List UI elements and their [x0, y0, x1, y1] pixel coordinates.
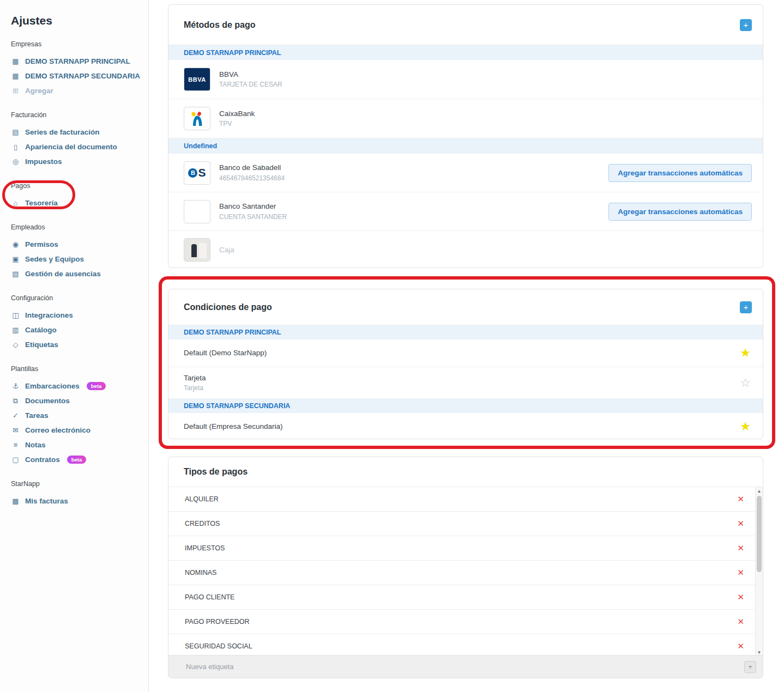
- sidebar-item-demo-starnapp-secundaria[interactable]: ▦ DEMO STARNAPP SECUNDARIA: [11, 69, 143, 83]
- payment-type-row[interactable]: ALQUILER ✕: [168, 487, 755, 512]
- payment-condition-row[interactable]: Tarjeta Tarjeta ☆: [168, 367, 763, 399]
- sidebar-item-mis-facturas[interactable]: ▩ Mis facturas: [11, 494, 143, 508]
- delete-icon[interactable]: ✕: [737, 543, 744, 553]
- tag-icon: ◇: [11, 341, 20, 349]
- sidebar-item-demo-starnapp-principal[interactable]: ▦ DEMO STARNAPP PRINCIPAL: [11, 54, 143, 69]
- office-icon: ▣: [11, 255, 20, 263]
- payment-type-row[interactable]: PAGO PROVEEDOR ✕: [168, 610, 755, 634]
- sidebar-item-label: Embarcaciones: [25, 382, 80, 390]
- sidebar-item-contratos[interactable]: ▢ Contratos beta: [11, 452, 143, 467]
- sidebar-item-catalogo[interactable]: ▥ Catálogo: [11, 323, 143, 337]
- vertical-scrollbar[interactable]: ▲ ▼: [755, 487, 763, 656]
- payment-types-header: Tipos de pagos: [168, 457, 763, 487]
- payment-method-row[interactable]: BS Banco de Sabadell 465467846521354684 …: [168, 154, 763, 192]
- payment-method-row[interactable]: Banco Santander CUENTA SANTANDER Agregar…: [168, 192, 763, 231]
- payment-method-row[interactable]: CaixaBank TPV: [168, 99, 763, 138]
- sidebar-section-plantillas: Plantillas: [11, 365, 143, 373]
- sidebar-item-tesoreria[interactable]: ⌂ Tesorería: [11, 196, 143, 210]
- sidebar-item-permisos[interactable]: ◉ Permisos: [11, 237, 143, 252]
- payment-type-row[interactable]: SEGURIDAD SOCIAL ✕: [168, 634, 755, 656]
- group-header: DEMO STARNAPP PRINCIPAL: [168, 325, 763, 339]
- payment-type-label: PAGO PROVEEDOR: [185, 618, 250, 626]
- add-auto-transactions-button[interactable]: Agregar transacciones automáticas: [608, 203, 752, 221]
- payment-types-card: Tipos de pagos ALQUILER ✕ CREDITOS ✕ IMP…: [168, 457, 763, 678]
- contract-icon: ▢: [11, 456, 20, 464]
- payment-method-subtitle: CUENTA SANTANDER: [219, 213, 287, 221]
- payment-method-row[interactable]: BBVA BBVA TARJETA DE CESAR: [168, 60, 763, 99]
- condition-name: Default (Demo StarNapp): [184, 349, 267, 357]
- scrollbar-thumb[interactable]: [757, 496, 762, 572]
- payment-type-label: PAGO CLIENTE: [185, 593, 234, 601]
- favorite-star-outline-icon[interactable]: ☆: [740, 377, 751, 389]
- add-auto-transactions-button[interactable]: Agregar transacciones automáticas: [608, 164, 752, 182]
- invoice-icon: ▩: [11, 497, 20, 505]
- delete-icon[interactable]: ✕: [737, 592, 744, 602]
- condition-name: Tarjeta: [184, 374, 206, 383]
- delete-icon[interactable]: ✕: [737, 519, 744, 529]
- sidebar-section-configuracion: Configuración: [11, 294, 143, 302]
- favorite-star-icon[interactable]: ★: [740, 347, 751, 359]
- payment-method-name: CaixaBank: [219, 110, 255, 118]
- payment-types-list: ALQUILER ✕ CREDITOS ✕ IMPUESTOS ✕ NOMINA…: [168, 487, 755, 656]
- payment-method-subtitle: TARJETA DE CESAR: [219, 81, 282, 88]
- sidebar-item-label: Sedes y Equipos: [25, 255, 84, 263]
- sidebar-item-notas[interactable]: ≡ Notas: [11, 438, 143, 452]
- catalog-icon: ▥: [11, 326, 20, 334]
- beta-badge: beta: [67, 456, 87, 464]
- sidebar-item-series-de-facturacion[interactable]: ▤ Series de facturación: [11, 125, 143, 139]
- settings-sidebar: Ajustes Empresas ▦ DEMO STARNAPP PRINCIP…: [0, 0, 149, 692]
- copy-icon: ⧉: [11, 397, 20, 405]
- new-tag-input[interactable]: [185, 662, 744, 671]
- payment-method-name: Caja: [219, 246, 234, 254]
- sidebar-item-embarcaciones[interactable]: ⚓ Embarcaciones beta: [11, 379, 143, 393]
- sidebar-item-label: Apariencia del documento: [25, 143, 117, 151]
- add-payment-condition-button[interactable]: +: [740, 301, 752, 313]
- favorite-star-icon[interactable]: ★: [740, 421, 751, 433]
- sidebar-item-gestion-de-ausencias[interactable]: ▧ Gestión de ausencias: [11, 266, 143, 281]
- sabadell-logo: BS: [184, 161, 210, 185]
- sidebar-item-label: Tesorería: [25, 199, 58, 207]
- payment-method-name: Banco de Sabadell: [219, 163, 285, 172]
- payment-type-label: ALQUILER: [185, 495, 219, 503]
- delete-icon[interactable]: ✕: [737, 568, 744, 578]
- card-title: Condiciones de pago: [184, 302, 272, 312]
- sidebar-item-apariencia-del-documento[interactable]: ▯ Apariencia del documento: [11, 139, 143, 154]
- sidebar-item-documentos[interactable]: ⧉ Documentos: [11, 393, 143, 408]
- sidebar-item-label: Tareas: [25, 411, 49, 420]
- payment-type-label: IMPUESTOS: [185, 544, 225, 552]
- payment-condition-row[interactable]: Default (Empresa Secundaria) ★: [168, 413, 763, 439]
- delete-icon[interactable]: ✕: [737, 617, 744, 627]
- sidebar-item-sedes-y-equipos[interactable]: ▣ Sedes y Equipos: [11, 252, 143, 266]
- payment-condition-row[interactable]: Default (Demo StarNapp) ★: [168, 339, 763, 367]
- sidebar-item-impuestos[interactable]: ◎ Impuestos: [11, 154, 143, 169]
- sidebar-item-agregar[interactable]: ⊞ Agregar: [11, 83, 143, 98]
- card-title: Tipos de pagos: [184, 467, 248, 477]
- group-header: DEMO STARNAPP PRINCIPAL: [168, 45, 763, 60]
- sidebar-item-label: Documentos: [25, 397, 70, 405]
- delete-icon[interactable]: ✕: [737, 494, 744, 504]
- sidebar-item-label: Series de facturación: [25, 128, 100, 136]
- sidebar-item-tareas[interactable]: ✓ Tareas: [11, 408, 143, 423]
- payment-conditions-header: Condiciones de pago +: [168, 289, 763, 325]
- sidebar-section-starnapp: StarNapp: [11, 480, 143, 488]
- sidebar-item-correo-electronico[interactable]: ✉ Correo electrónico: [11, 423, 143, 438]
- sidebar-item-integraciones[interactable]: ◫ Integraciones: [11, 308, 143, 323]
- payment-type-row[interactable]: PAGO CLIENTE ✕: [168, 585, 755, 610]
- integration-icon: ◫: [11, 311, 20, 319]
- sidebar-item-label: Etiquetas: [25, 341, 58, 349]
- add-payment-method-button[interactable]: +: [740, 19, 752, 31]
- scrollbar-up-icon[interactable]: ▲: [756, 487, 763, 495]
- calendar-icon: ▧: [11, 270, 20, 278]
- payment-method-subtitle: TPV: [219, 120, 255, 128]
- payment-method-row[interactable]: Caja: [168, 231, 763, 268]
- building-icon: ▦: [11, 72, 20, 80]
- payment-type-row[interactable]: IMPUESTOS ✕: [168, 536, 755, 561]
- settings-page: Ajustes Empresas ▦ DEMO STARNAPP PRINCIP…: [0, 0, 784, 692]
- delete-icon[interactable]: ✕: [737, 641, 744, 651]
- payment-method-name: BBVA: [219, 70, 282, 79]
- sidebar-item-etiquetas[interactable]: ◇ Etiquetas: [11, 337, 143, 352]
- sidebar-item-label: Permisos: [25, 240, 58, 248]
- add-tag-button[interactable]: +: [744, 661, 756, 673]
- payment-type-row[interactable]: CREDITOS ✕: [168, 512, 755, 536]
- payment-type-row[interactable]: NOMINAS ✕: [168, 561, 755, 585]
